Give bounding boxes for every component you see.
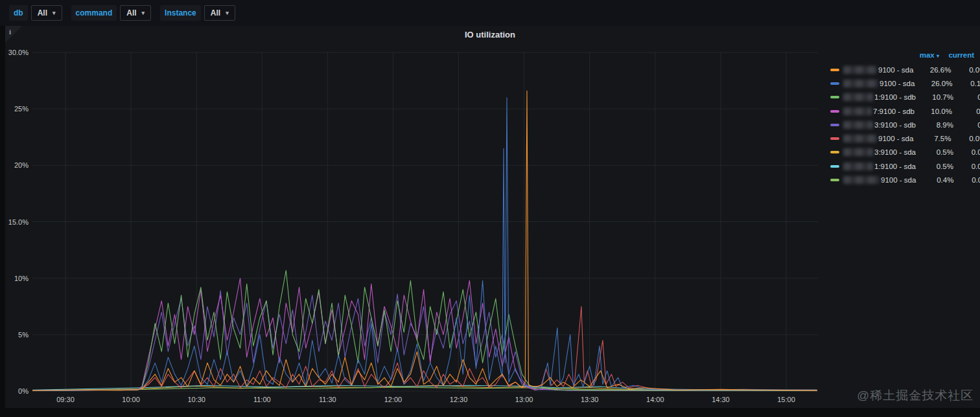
legend-row: 9100 - sda0.4%0.0% [830,173,974,186]
series-current-value: 0% [956,107,980,115]
x-axis-tick: 10:00 [122,396,140,403]
grid [32,52,818,391]
series-max-value: 10.7% [920,93,953,101]
page-bottom [0,408,980,417]
series-max-value: 26.0% [918,80,952,87]
redacted-hostname [843,176,880,184]
legend-sort-max[interactable]: max ▾ [905,51,939,59]
legend-row: 9100 - sda26.0%0.1% [830,76,974,90]
x-axis-tick: 12:30 [450,396,468,403]
legend-row: 7:9100 - sdb10.0%0% [830,104,974,118]
series-max-value: 10.0% [918,107,952,115]
series-color-swatch [830,124,839,126]
series-name[interactable]: 7:9100 - sdb [843,107,915,115]
x-axis-tick: 11:00 [253,396,271,403]
redacted-hostname [843,93,873,101]
series-color-swatch [830,69,839,71]
series-color-swatch [830,110,839,113]
series-name[interactable]: 1:9100 - sdb [843,93,916,101]
series-name[interactable]: 9100 - sda [843,66,913,74]
page-gutter [0,26,5,408]
legend-row: 1:9100 - sda0.5%0.0% [830,159,974,173]
series-max-value: 0.5% [920,148,953,156]
series-max-value: 7.5% [917,135,951,142]
series-current-value: 0% [957,121,980,129]
redacted-hostname [843,107,872,115]
series-current-value: 0.0% [957,148,980,156]
legend-row: 3:9100 - sda0.5%0.0% [830,146,974,159]
dashboard: db All ▾ command All ▾ Instance All ▾ i … [0,0,980,417]
series-suffix: 9100 - sda [880,80,915,87]
x-axis-tick: 10:30 [187,396,205,403]
series-name[interactable]: 9100 - sda [843,135,913,142]
series-max-value: 0.4% [920,176,953,184]
y-axis-tick: 5% [18,331,29,339]
redacted-hostname [843,163,873,170]
redacted-hostname [843,66,877,74]
x-axis-tick: 13:00 [515,396,533,403]
y-axis-tick: 15.0% [8,218,29,226]
series-current-value: 0.0% [957,176,980,184]
redacted-hostname [843,80,878,87]
legend-header: max ▾ current [830,49,974,62]
series-color-swatch [830,82,839,85]
redacted-hostname [843,121,873,129]
series-suffix: 9100 - sda [878,135,913,142]
series-current-value: 0.0% [955,135,980,142]
watermark: @稀土掘金技术社区 [857,387,974,404]
legend-row: 1:9100 - sdb10.7%0% [830,91,974,104]
x-axis-tick: 11:30 [319,396,336,403]
x-axis-tick: 15:00 [777,396,795,403]
series-name[interactable]: 9100 - sda [843,176,916,184]
series-suffix: 7:9100 - sdb [873,107,915,115]
chevron-down-icon: ▾ [937,53,939,59]
series-name[interactable]: 1:9100 - sda [843,163,916,170]
x-axis-tick: 12:00 [384,396,402,403]
series-max-value: 0.5% [920,163,953,170]
y-axis-tick: 20% [14,161,29,169]
series-name[interactable]: 9100 - sda [843,80,915,87]
y-axis-tick: 0% [18,387,29,395]
redacted-hostname [843,135,877,142]
x-axis-tick: 14:00 [646,396,664,403]
series-suffix: 3:9100 - sdb [874,121,916,129]
series-color-swatch [830,151,839,153]
series-current-value: 0.1% [956,80,980,87]
y-axis-tick: 10% [14,275,29,282]
series-current-value: 0.0% [957,163,980,170]
series-max-value: 8.9% [920,121,953,129]
series-color-swatch [830,96,839,98]
legend-row: 9100 - sda26.6%0.0% [830,63,974,76]
series-current-value: 0% [957,93,980,101]
series-line [33,91,817,390]
series-current-value: 0.0% [955,66,980,74]
x-axis-tick: 14:30 [712,396,730,403]
legend: max ▾ current 9100 - sda26.6%0.0%9100 - … [830,49,974,187]
series-lines [33,91,817,390]
x-axis-tick: 09:30 [56,396,75,403]
y-axis-tick: 30.0% [8,49,29,56]
series-suffix: 1:9100 - sdb [874,93,916,101]
series-suffix: 1:9100 - sda [874,163,916,170]
y-axis-tick: 25% [14,105,29,113]
series-suffix: 9100 - sda [878,66,913,74]
series-color-swatch [830,179,839,181]
series-color-swatch [830,137,839,140]
series-line [33,98,817,390]
redacted-hostname [843,148,873,156]
axis-labels: 0%5%10%15.0%20%25%30.0%09:3010:0010:3011… [8,49,795,403]
series-name[interactable]: 3:9100 - sda [843,148,916,156]
legend-sort-current[interactable]: current [943,51,974,59]
legend-row: 9100 - sda7.5%0.0% [830,131,974,145]
series-color-swatch [830,165,839,168]
series-name[interactable]: 3:9100 - sdb [843,121,916,129]
series-suffix: 3:9100 - sda [874,148,916,156]
series-suffix: 9100 - sda [881,176,916,184]
series-max-value: 26.6% [917,66,951,74]
legend-row: 3:9100 - sdb8.9%0% [830,118,974,131]
x-axis-tick: 13:30 [581,396,599,403]
